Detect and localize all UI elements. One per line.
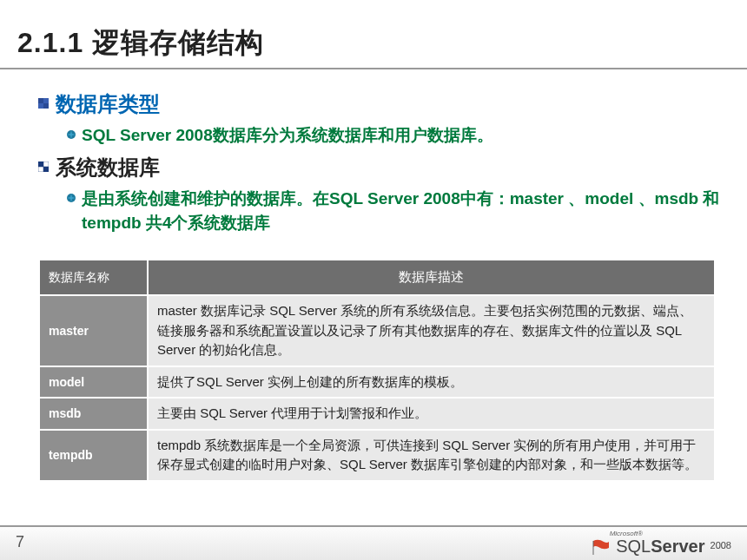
star-bullet-icon — [66, 129, 76, 140]
flag-icon — [592, 539, 611, 555]
system-db-table: 数据库名称 数据库描述 master master 数据库记录 SQL Serv… — [38, 259, 716, 482]
logo-year: 2008 — [711, 540, 731, 550]
cell-name: tempdb — [39, 430, 148, 481]
cell-name: model — [39, 366, 148, 399]
page-number: 7 — [16, 533, 24, 551]
svg-rect-7 — [43, 167, 49, 172]
table-row: model 提供了SQL Server 实例上创建的所有数据库的模板。 — [39, 366, 715, 399]
logo-server: Server — [651, 537, 704, 556]
square-bullet-icon — [38, 161, 49, 172]
svg-rect-2 — [43, 103, 49, 109]
th-name: 数据库名称 — [39, 260, 148, 295]
cell-name: master — [39, 295, 148, 366]
table: 数据库名称 数据库描述 master master 数据库记录 SQL Serv… — [38, 259, 716, 482]
sql-server-logo: SQLServer 2008 — [592, 537, 731, 557]
slide-title: 2.1.1 逻辑存储结构 — [17, 24, 264, 63]
table-row: msdb 主要由 SQL Server 代理用于计划警报和作业。 — [39, 398, 715, 430]
svg-rect-6 — [38, 167, 43, 172]
svg-rect-4 — [38, 161, 43, 167]
cell-desc: 提供了SQL Server 实例上创建的所有数据库的模板。 — [148, 366, 715, 399]
th-desc: 数据库描述 — [148, 260, 715, 295]
text-db-type-desc: SQL Server 2008数据库分为系统数据库和用户数据库。 — [82, 123, 493, 148]
cell-desc: master 数据库记录 SQL Server 系统的所有系统级信息。主要包括实… — [148, 295, 715, 366]
table-row: tempdb tempdb 系统数据库是一个全局资源，可供连接到 SQL Ser… — [39, 430, 715, 481]
content-area: 数据库类型 SQL Server 2008数据库分为系统数据库和用户数据库。 系… — [38, 90, 721, 241]
svg-rect-5 — [43, 161, 49, 167]
heading-sys-db: 系统数据库 — [56, 154, 160, 181]
cell-desc: 主要由 SQL Server 代理用于计划警报和作业。 — [148, 398, 715, 430]
logo-text: SQLServer — [616, 537, 704, 557]
slide: 2.1.1 逻辑存储结构 数据库类型 SQL Server 2008数据库分为系… — [0, 0, 747, 560]
square-bullet-icon — [38, 98, 49, 109]
cell-desc: tempdb 系统数据库是一个全局资源，可供连接到 SQL Server 实例的… — [148, 430, 715, 481]
title-underline — [0, 68, 747, 69]
star-bullet-icon — [66, 193, 76, 203]
heading-db-type: 数据库类型 — [56, 90, 160, 118]
sub-sys-db: 是由系统创建和维护的数据库。在SQL Server 2008中有：master … — [66, 187, 721, 236]
bullet-sys-db: 系统数据库 — [38, 154, 721, 181]
cell-name: msdb — [39, 398, 148, 430]
bullet-db-type: 数据库类型 — [38, 90, 721, 118]
table-header-row: 数据库名称 数据库描述 — [39, 260, 715, 295]
footer-bar: 7 Microsoft® SQLServer 2008 — [0, 525, 747, 560]
logo-sql: SQL — [616, 537, 651, 556]
svg-rect-1 — [38, 98, 43, 103]
text-sys-db-desc: 是由系统创建和维护的数据库。在SQL Server 2008中有：master … — [82, 187, 721, 236]
sub-db-type: SQL Server 2008数据库分为系统数据库和用户数据库。 — [66, 123, 721, 148]
table-row: master master 数据库记录 SQL Server 系统的所有系统级信… — [39, 295, 715, 366]
